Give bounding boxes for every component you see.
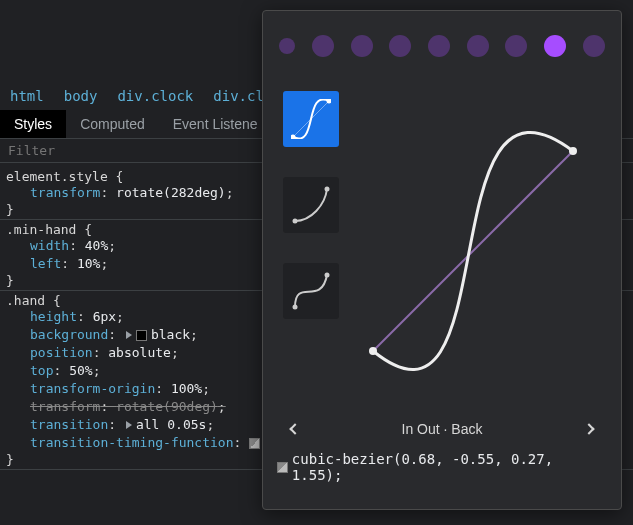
preview-dot (351, 35, 373, 57)
preview-dot (279, 38, 295, 54)
preview-dot (467, 35, 489, 57)
svg-point-7 (325, 273, 330, 278)
bezier-swatch-icon[interactable] (249, 438, 260, 449)
preview-dot (312, 35, 334, 57)
tab-styles[interactable]: Styles (0, 110, 66, 138)
preset-name-label: In Out · Back (402, 421, 483, 437)
preview-dot (505, 35, 527, 57)
preview-dot (389, 35, 411, 57)
breadcrumb-item[interactable]: body (64, 88, 98, 104)
preview-dot (544, 35, 566, 57)
color-swatch-icon[interactable] (136, 330, 147, 341)
preset-nav-row: In Out · Back (263, 411, 621, 445)
svg-point-4 (293, 219, 298, 224)
chevron-right-icon[interactable] (583, 423, 594, 434)
bezier-value-text[interactable]: cubic-bezier(0.68, -0.55, 0.27, 1.55); (292, 451, 607, 483)
preset-thumb-1[interactable] (283, 91, 339, 147)
preset-thumb-3[interactable] (283, 263, 339, 319)
bezier-swatch-icon[interactable] (277, 462, 288, 473)
preset-list (283, 91, 353, 411)
preset-thumb-2[interactable] (283, 177, 339, 233)
selector[interactable]: element.style (6, 169, 108, 184)
selector[interactable]: .min-hand (6, 222, 76, 237)
breadcrumb-item[interactable]: div.clock (117, 88, 193, 104)
chevron-left-icon[interactable] (289, 423, 300, 434)
bezier-editor-popup: In Out · Back cubic-bezier(0.68, -0.55, … (262, 10, 622, 510)
tab-computed[interactable]: Computed (66, 110, 159, 138)
animation-preview-row (263, 11, 621, 81)
svg-point-6 (293, 305, 298, 310)
breadcrumb-item[interactable]: html (10, 88, 44, 104)
expand-triangle-icon[interactable] (126, 421, 132, 429)
svg-point-5 (325, 187, 330, 192)
svg-point-10 (569, 147, 577, 155)
svg-point-9 (369, 347, 377, 355)
bezier-value-row: cubic-bezier(0.68, -0.55, 0.27, 1.55); (263, 445, 621, 489)
expand-triangle-icon[interactable] (126, 331, 132, 339)
selector[interactable]: .hand (6, 293, 45, 308)
preview-dot (583, 35, 605, 57)
tab-event-listeners[interactable]: Event Listene (159, 110, 272, 138)
svg-line-8 (373, 151, 573, 351)
preview-dot (428, 35, 450, 57)
bezier-canvas[interactable] (353, 91, 601, 411)
